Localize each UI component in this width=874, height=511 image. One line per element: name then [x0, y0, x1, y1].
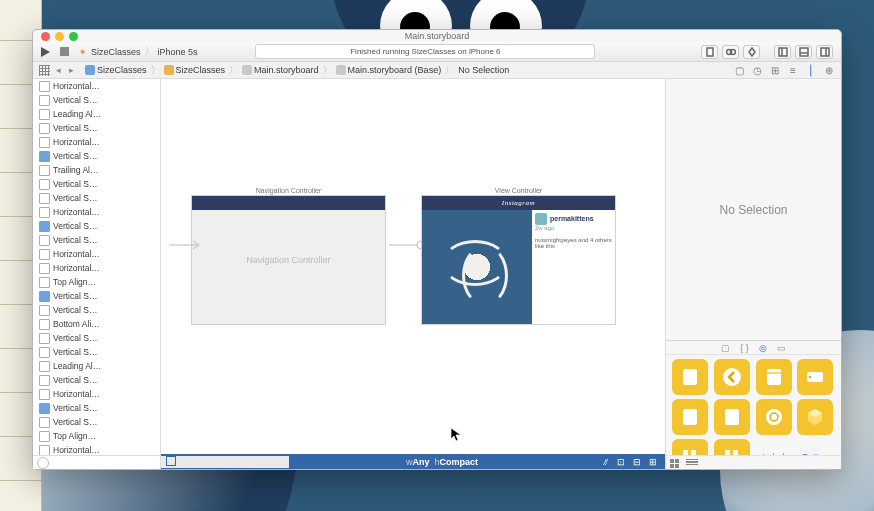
avatar-icon [535, 213, 547, 225]
window-controls[interactable] [41, 32, 78, 41]
toggle-navigator-button[interactable] [774, 45, 791, 59]
lib-viewcontroller[interactable] [672, 359, 708, 395]
grid-icon[interactable]: ⊞ [769, 64, 781, 76]
constraint-row[interactable]: Bottom Ali… [33, 317, 160, 331]
username-label[interactable]: permakittens [550, 215, 594, 222]
constraint-row[interactable]: Vertical S… [33, 331, 160, 345]
constraint-row[interactable]: Vertical S… [33, 303, 160, 317]
lib-label[interactable]: Label [756, 439, 792, 455]
align-button[interactable]: ⫽ [601, 457, 611, 467]
media-library-tab[interactable]: ▭ [777, 343, 786, 353]
editor-version-button[interactable] [743, 45, 760, 59]
constraint-row[interactable]: Vertical S… [33, 415, 160, 429]
breadcrumb[interactable]: SizeClasses〉 SizeClasses〉 Main.storyboar… [85, 64, 509, 77]
lib-popover[interactable] [797, 359, 833, 395]
titlebar: Main.storyboard [33, 30, 841, 42]
scene-navigation-controller[interactable]: Navigation Controller Navigation Control… [191, 187, 386, 325]
xcode-window: Main.storyboard ✶ SizeClasses 〉 iPhone 5… [32, 29, 842, 470]
post-image[interactable] [422, 210, 532, 324]
nav-controller-label: Navigation Controller [246, 255, 330, 265]
constraint-row[interactable]: Vertical S… [33, 373, 160, 387]
toggle-utilities-button[interactable] [816, 45, 833, 59]
assistant-clock-icon[interactable]: ◷ [751, 64, 763, 76]
lib-collection[interactable] [714, 399, 750, 435]
inspector-placeholder: No Selection [666, 79, 841, 340]
lib-split[interactable] [756, 359, 792, 395]
constraint-row[interactable]: Horizontal… [33, 205, 160, 219]
lib-button[interactable]: Button [797, 439, 833, 455]
zoom-button[interactable] [69, 32, 78, 41]
constraint-row[interactable]: Vertical S… [33, 401, 160, 415]
pin-button[interactable]: ⊡ [617, 457, 627, 467]
scheme-selector[interactable]: ✶ SizeClasses 〉 iPhone 5s [79, 45, 198, 58]
ib-canvas[interactable]: Navigation Controller Navigation Control… [161, 79, 665, 454]
code-snippet-tab[interactable]: { } [740, 343, 749, 353]
constraint-row[interactable]: Top Align… [33, 429, 160, 443]
scene-view-controller[interactable]: View Controller Instagram permakittens 2… [421, 187, 616, 325]
constraint-row[interactable]: Horizontal… [33, 135, 160, 149]
file-template-tab[interactable]: ▢ [721, 343, 730, 353]
document-outline[interactable]: Horizontal…Vertical S…Leading Al…Vertica… [33, 79, 161, 469]
instagram-navbar[interactable]: Instagram [422, 196, 615, 210]
constraint-row[interactable]: Vertical S… [33, 219, 160, 233]
lib-grid[interactable] [672, 439, 708, 455]
initial-arrow[interactable] [169, 237, 203, 249]
jump-bar[interactable]: ◂ ▸ SizeClasses〉 SizeClasses〉 Main.story… [33, 62, 841, 79]
constraint-row[interactable]: Vertical S… [33, 121, 160, 135]
constraint-row[interactable]: Trailing Al… [33, 163, 160, 177]
desktop: Main.storyboard ✶ SizeClasses 〉 iPhone 5… [0, 0, 874, 511]
constraint-row[interactable]: Top Align… [33, 275, 160, 289]
constraint-row[interactable]: Vertical S… [33, 149, 160, 163]
resize-button[interactable]: ⊞ [649, 457, 659, 467]
constraint-row[interactable]: Vertical S… [33, 289, 160, 303]
list-view-icon[interactable] [686, 459, 698, 467]
constraint-row[interactable]: Horizontal… [33, 79, 160, 93]
library-footer[interactable] [666, 455, 841, 469]
lib-table[interactable] [672, 399, 708, 435]
resolve-button[interactable]: ⊟ [633, 457, 643, 467]
close-button[interactable] [41, 32, 50, 41]
constraint-row[interactable]: Horizontal… [33, 387, 160, 401]
activity-viewer: Finished running SizeClasses on iPhone 6 [255, 44, 595, 59]
svg-point-2 [730, 49, 735, 54]
constraint-row[interactable]: Leading Al… [33, 359, 160, 373]
constraint-row[interactable]: Vertical S… [33, 233, 160, 247]
filter-icon[interactable] [37, 457, 49, 469]
run-button[interactable] [41, 47, 50, 57]
grid-view-icon[interactable] [670, 459, 682, 467]
constraint-row[interactable]: Vertical S… [33, 191, 160, 205]
constraint-row[interactable]: Horizontal… [33, 247, 160, 261]
constraint-row[interactable]: Horizontal… [33, 261, 160, 275]
constraint-row[interactable]: Horizontal… [33, 443, 160, 455]
editor-assistant-button[interactable] [722, 45, 739, 59]
svg-rect-7 [821, 48, 829, 56]
related-items-icon[interactable] [39, 65, 50, 76]
lib-tab[interactable] [714, 439, 750, 455]
ruler-icon[interactable]: ⎪ [805, 64, 817, 76]
lib-image[interactable] [756, 399, 792, 435]
constraint-row[interactable]: Vertical S… [33, 93, 160, 107]
library-tabs[interactable]: ▢ { } ◎ ▭ [666, 341, 841, 355]
adjust-icon[interactable]: ≡ [787, 64, 799, 76]
outline-toggle-icon[interactable]: ▢ [733, 64, 745, 76]
size-class-control[interactable]: wAny hCompact [289, 457, 595, 467]
canvas-bottom-bar: wAny hCompact ⫽ ⊡ ⊟ ⊞ [161, 454, 665, 469]
editor-standard-button[interactable] [701, 45, 718, 59]
add-icon[interactable]: ⊕ [823, 64, 835, 76]
back-button[interactable]: ◂ [53, 65, 63, 75]
toggle-debug-button[interactable] [795, 45, 812, 59]
post-sidebar: permakittens 2w ago nutsmightyeyes and 4… [532, 210, 615, 324]
outline-toggle-button[interactable] [161, 456, 289, 468]
likes-label: nutsmightyeyes and 4 others like this [535, 237, 612, 249]
lib-navigation[interactable] [714, 359, 750, 395]
constraint-row[interactable]: Vertical S… [33, 345, 160, 359]
forward-button[interactable]: ▸ [66, 65, 76, 75]
lib-cube[interactable] [797, 399, 833, 435]
constraint-row[interactable]: Vertical S… [33, 177, 160, 191]
outline-footer[interactable] [33, 455, 160, 469]
object-library-tab[interactable]: ◎ [759, 343, 767, 353]
minimize-button[interactable] [55, 32, 64, 41]
constraint-row[interactable]: Leading Al… [33, 107, 160, 121]
svg-rect-3 [779, 48, 787, 56]
stop-button[interactable] [60, 47, 69, 56]
